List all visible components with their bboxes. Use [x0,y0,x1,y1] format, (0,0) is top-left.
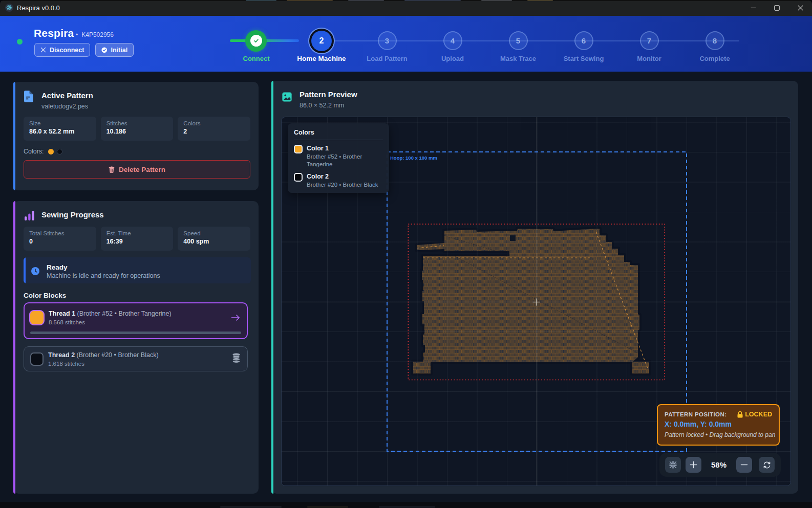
pattern-lock-hint: Pattern locked • Drag background to pan [665,431,772,438]
colors-overlay: Colors Color 1 Brother #52 • Brother Tan… [288,123,389,193]
machine-status-box: Ready Machine is idle and ready for oper… [24,257,251,283]
step-5-mask-trace[interactable]: 5 [509,31,528,50]
shrink-icon [669,461,677,469]
reset-view-button[interactable] [759,457,775,473]
preview-canvas[interactable]: Hoop: 100 x 100 mm Colors Color 1 Brothe… [281,117,791,486]
pattern-preview-title: Pattern Preview [300,90,357,99]
plus-icon [690,461,697,469]
delete-pattern-button[interactable]: Delete Pattern [24,160,250,179]
thread-2-swatch [30,352,44,366]
step-8-label: Complete [679,55,751,62]
status-title: Ready [47,263,68,271]
step-1-connect[interactable] [245,30,267,52]
app-logo-atom-icon [5,4,13,12]
color-entry-2: Color 2 Brother #20 • Brother Black [294,173,383,189]
locked-badge: LOCKED [737,411,772,418]
color-swatch-2 [57,149,62,154]
zoom-out-button[interactable] [736,457,752,473]
color-1-swatch [294,145,303,153]
stat-size: Size 86.0 x 52.2 mm [24,117,96,141]
pattern-preview-panel: Pattern Preview 86.0 × 52.2 mm [271,81,798,494]
maximize-button[interactable] [765,0,788,16]
pattern-position-overlay: PATTERN POSITION: LOCKED X: 0.0mm, Y: 0.… [657,404,780,446]
pattern-position-label: PATTERN POSITION: [665,411,726,417]
step-4-upload[interactable]: 4 [443,31,462,50]
bar-chart-icon [24,210,35,223]
arrow-right-icon [230,314,241,322]
step-8-complete[interactable]: 8 [706,31,724,50]
sewing-progress-card: Sewing Progress Total Stitches 0 Est. Ti… [13,201,259,494]
minus-icon [740,461,748,469]
thread-2-row[interactable]: Thread 2 (Brother #20 • Brother Black) 1… [24,346,248,371]
refresh-icon [763,461,771,469]
step-2-home-machine[interactable]: 2 [311,31,332,51]
main-content: Active Pattern valetudogv2.pes Size 86.0… [0,72,812,502]
active-pattern-filename: valetudogv2.pes [41,103,88,110]
stat-colors: Colors 2 [178,117,250,141]
zoom-level: 58% [707,457,731,473]
color-blocks-label: Color Blocks [24,292,66,299]
app-header: Respira •K4P502956 Disconnect Initial [0,16,812,72]
color-swatch-1 [48,149,54,154]
step-2-label: Home Machine [286,55,357,62]
step-6-start-sewing[interactable]: 6 [574,31,593,50]
window-title: Respira v0.0.0 [17,4,60,12]
pattern-dimensions: 86.0 × 52.2 mm [300,102,344,109]
colors-overlay-title: Colors [294,129,383,136]
file-icon [24,91,33,104]
image-icon [282,92,292,104]
fit-view-button[interactable] [665,457,681,473]
wizard-stepper: Connect 2 Home Machine 3 Load Pattern 4 … [0,16,812,72]
close-button[interactable] [788,0,812,16]
color-2-swatch [294,173,303,182]
step-3-label: Load Pattern [351,55,423,62]
step-6-label: Start Sewing [548,55,619,62]
zoom-in-button[interactable] [686,457,701,473]
hoop-size-label: Hoop: 100 x 100 mm [390,155,437,161]
clock-icon [31,267,39,275]
status-desc: Machine is idle and ready for operations [47,272,160,279]
thread-1-row[interactable]: Thread 1 (Brother #52 • Brother Tangerin… [24,302,248,339]
step-5-label: Mask Trace [482,55,554,62]
lock-icon [737,411,743,418]
titlebar: Respira v0.0.0 [0,0,812,16]
step-4-label: Upload [417,55,488,62]
colors-label: Colors: [24,148,44,155]
coin-stack-icon [232,353,241,363]
app-window: Respira v0.0.0 Respira •K4P502956 [0,0,812,508]
stat-stitches: Stitches 10.186 [101,117,174,141]
thread-1-swatch [30,311,44,324]
active-pattern-card: Active Pattern valetudogv2.pes Size 86.0… [13,82,259,190]
zoom-toolbar: 58% [659,453,781,477]
check-icon [250,35,262,47]
stat-est-time: Est. Time 16:39 [101,227,174,251]
step-3-load-pattern[interactable]: 3 [378,31,397,50]
active-pattern-title: Active Pattern [41,91,93,100]
background-window-sliver-bottom [0,502,812,508]
step-7-label: Monitor [613,55,685,62]
minimize-button[interactable] [741,0,765,16]
stat-total-stitches: Total Stitches 0 [24,227,96,251]
background-window-sliver-top [0,0,812,1]
divider [294,140,383,140]
step-7-monitor[interactable]: 7 [640,31,659,50]
step-1-label: Connect [221,55,292,62]
sewing-progress-title: Sewing Progress [41,210,104,219]
trash-icon [109,166,115,173]
stat-speed: Speed 400 spm [178,227,250,251]
pattern-coords: X: 0.0mm, Y: 0.0mm [665,420,772,428]
thread-1-progress-bar [30,332,241,334]
color-entry-1: Color 1 Brother #52 • Brother Tangerine [294,145,383,168]
